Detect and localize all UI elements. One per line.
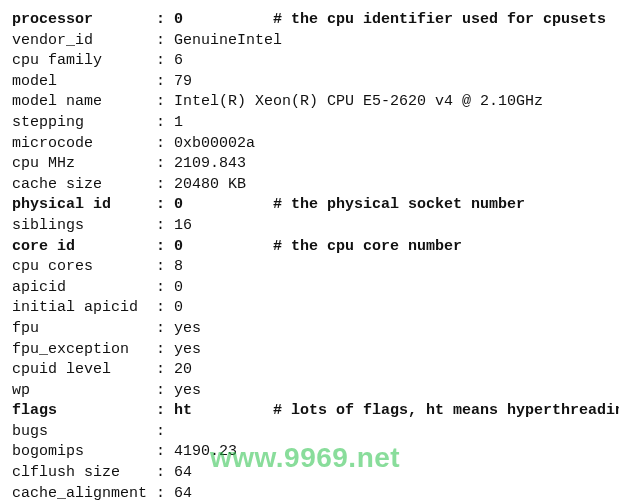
cpuinfo-row: cpuid level : 20 [12, 360, 607, 381]
cpuinfo-row: siblings : 16 [12, 216, 607, 237]
cpuinfo-rows: processor : 0 # the cpu identifier used … [12, 10, 607, 500]
cpuinfo-row: core id : 0 # the cpu core number [12, 237, 607, 258]
cpuinfo-row: clflush size : 64 [12, 463, 607, 484]
cpuinfo-row: cache size : 20480 KB [12, 175, 607, 196]
cpuinfo-row: stepping : 1 [12, 113, 607, 134]
cpuinfo-row: microcode : 0xb00002a [12, 134, 607, 155]
cpuinfo-listing: processor : 0 # the cpu identifier used … [0, 0, 619, 500]
cpuinfo-row: bugs : [12, 422, 607, 443]
cpuinfo-row: processor : 0 # the cpu identifier used … [12, 10, 607, 31]
cpuinfo-row: initial apicid : 0 [12, 298, 607, 319]
cpuinfo-row: cpu family : 6 [12, 51, 607, 72]
cpuinfo-row: fpu_exception : yes [12, 340, 607, 361]
cpuinfo-row: vendor_id : GenuineIntel [12, 31, 607, 52]
cpuinfo-row: bogomips : 4190.23 [12, 442, 607, 463]
cpuinfo-row: cpu MHz : 2109.843 [12, 154, 607, 175]
cpuinfo-row: cpu cores : 8 [12, 257, 607, 278]
cpuinfo-row: apicid : 0 [12, 278, 607, 299]
cpuinfo-row: cache_alignment : 64 [12, 484, 607, 500]
cpuinfo-row: model : 79 [12, 72, 607, 93]
cpuinfo-row: physical id : 0 # the physical socket nu… [12, 195, 607, 216]
cpuinfo-row: flags : ht # lots of flags, ht means hyp… [12, 401, 607, 422]
cpuinfo-row: model name : Intel(R) Xeon(R) CPU E5-262… [12, 92, 607, 113]
cpuinfo-row: wp : yes [12, 381, 607, 402]
cpuinfo-row: fpu : yes [12, 319, 607, 340]
